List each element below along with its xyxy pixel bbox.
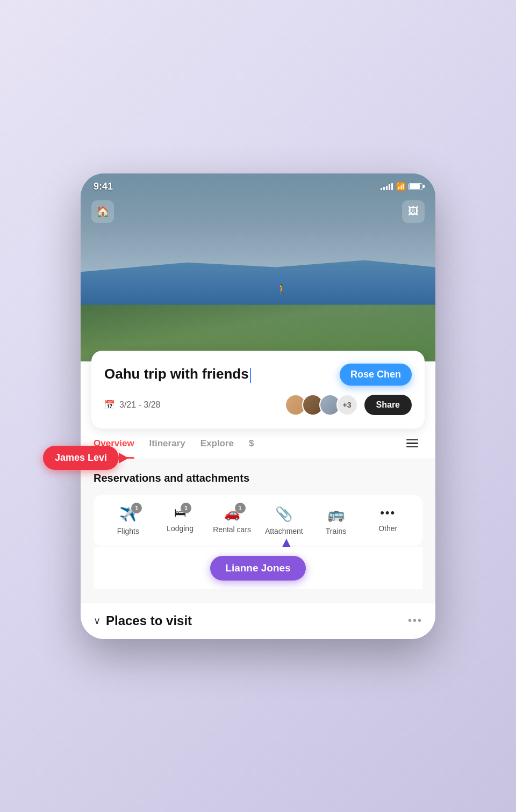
reservation-rental-cars[interactable]: 🚗 1 Rental cars [206, 506, 258, 534]
status-time: 9:41 [94, 181, 113, 192]
rental-cars-label: Rental cars [213, 525, 251, 534]
flights-label: Flights [117, 527, 139, 535]
lodging-badge: 1 [181, 503, 191, 513]
lodging-label: Lodging [167, 524, 194, 533]
status-icons: 📶 [381, 182, 422, 191]
home-icon: 🏠 [96, 205, 110, 218]
gallery-icon: 🖼 [408, 205, 419, 218]
tooltip-lianne: Lianne Jones [210, 556, 305, 581]
calendar-icon: 📅 [104, 400, 115, 410]
gallery-button[interactable]: 🖼 [402, 200, 425, 223]
places-section: ∨ Places to visit ••• [81, 602, 435, 639]
wifi-icon: 📶 [396, 182, 405, 191]
trip-meta: 📅 3/21 - 3/28 +3 Share [104, 394, 412, 416]
tab-itinerary[interactable]: Itinerary [149, 429, 185, 459]
tab-explore[interactable]: Explore [200, 429, 234, 459]
places-header: ∨ Places to visit ••• [94, 613, 422, 628]
nav-tabs: Overview Itinerary Explore $ [81, 429, 435, 459]
cursor-pointer-icon [282, 539, 291, 547]
attachment-label: Attachment [265, 527, 303, 535]
trip-dates: 📅 3/21 - 3/28 [104, 400, 161, 410]
nav-menu-button[interactable] [402, 435, 422, 452]
avatar-group: +3 Share [285, 394, 412, 416]
tooltip-rose: Rose Chen [340, 364, 412, 386]
reservation-flights[interactable]: ✈️ 1 Flights [102, 506, 154, 535]
hero-image: 9:41 📶 🏠 🖼 [81, 173, 435, 361]
cursor-arrow-icon [119, 453, 128, 463]
trip-title: Oahu trip with friends [104, 366, 340, 382]
places-more-button[interactable]: ••• [408, 614, 422, 627]
share-button[interactable]: Share [364, 395, 412, 415]
trip-title-row: Oahu trip with friends Rose Chen [104, 364, 412, 386]
trains-icon: 🚌 [327, 506, 345, 522]
chevron-down-icon[interactable]: ∨ [94, 615, 101, 627]
home-button[interactable]: 🏠 [91, 200, 114, 223]
cursor-indicator [250, 368, 251, 383]
water-layer [81, 258, 435, 305]
trip-card: Oahu trip with friends Rose Chen 📅 3/21 … [91, 351, 425, 429]
reservation-other[interactable]: ••• Other [362, 506, 414, 533]
places-title: Places to visit [106, 613, 192, 628]
tooltip-lianne-wrap: Lianne Jones [94, 547, 422, 589]
reservation-lodging[interactable]: 🛏 1 Lodging [154, 506, 206, 533]
status-bar: 9:41 📶 [81, 173, 435, 197]
phone-frame: 9:41 📶 🏠 🖼 [81, 173, 435, 639]
person-figure: 🚶 [276, 284, 288, 295]
rental-cars-badge: 1 [235, 503, 246, 513]
signal-icon [381, 183, 393, 190]
places-title-group: ∨ Places to visit [94, 613, 192, 628]
reservations-section-title: Reservations and attachments [94, 472, 422, 484]
reservations-grid: ✈️ 1 Flights 🛏 1 Lodging 🚗 1 Rental [94, 495, 422, 546]
reservation-trains[interactable]: 🚌 Trains [310, 506, 362, 535]
flights-badge: 1 [131, 503, 142, 513]
other-icon: ••• [380, 506, 396, 519]
tab-dollar[interactable]: $ [249, 429, 254, 459]
trains-label: Trains [326, 527, 346, 535]
battery-icon [408, 183, 422, 190]
content-area: Reservations and attachments ✈️ 1 Flight… [81, 459, 435, 602]
attachment-icon: 📎 [275, 506, 292, 522]
reservation-attachment[interactable]: 📎 Attachment [258, 506, 310, 535]
other-label: Other [378, 524, 397, 533]
tooltip-james: James Levi [43, 446, 119, 470]
hero-actions: 🏠 🖼 [81, 200, 435, 223]
avatar-count: +3 [336, 394, 358, 416]
